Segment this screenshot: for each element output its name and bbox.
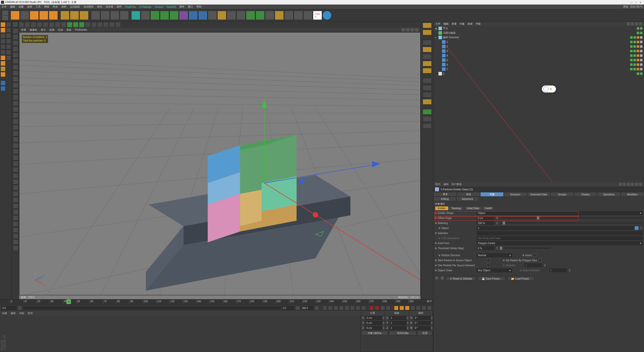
lt2-b35[interactable] bbox=[13, 233, 18, 239]
selection-field[interactable] bbox=[477, 231, 642, 235]
keyopt-rot[interactable] bbox=[405, 306, 410, 310]
texture-mode[interactable] bbox=[1, 28, 6, 33]
emitter-shape-dropdown[interactable]: Object▾ bbox=[477, 211, 642, 215]
lt2-b18[interactable] bbox=[13, 131, 18, 136]
tab-object[interactable]: 对象 bbox=[480, 192, 504, 197]
icon-mode4[interactable] bbox=[6, 50, 11, 55]
emit-from-dropdown[interactable]: Polygon Centre▾ bbox=[477, 241, 642, 245]
ric-10[interactable] bbox=[423, 92, 432, 98]
xp-sprite[interactable] bbox=[275, 11, 284, 20]
offset-origin-input[interactable]: 0 cm bbox=[477, 216, 494, 220]
coord-scale-dropdown[interactable]: 绝对比例 ▾ bbox=[389, 331, 416, 335]
axis-mode[interactable] bbox=[1, 55, 6, 60]
close-button[interactable]: ✕ bbox=[639, 1, 641, 4]
am-edit[interactable]: 编辑 bbox=[444, 183, 449, 186]
keyopt-pla[interactable] bbox=[411, 306, 415, 310]
ric-12[interactable] bbox=[423, 116, 432, 122]
lt2-b14[interactable] bbox=[13, 107, 18, 112]
obj-child-2[interactable]: 2 bbox=[433, 44, 644, 49]
mat-create[interactable]: 创建 bbox=[2, 312, 7, 315]
rotate-tool[interactable] bbox=[39, 11, 48, 20]
lastused-tool[interactable] bbox=[49, 11, 58, 20]
xp-system[interactable] bbox=[217, 11, 226, 20]
vp-display[interactable]: 显示 bbox=[41, 28, 46, 32]
lt2-b16[interactable] bbox=[13, 119, 18, 124]
xp-emitter[interactable] bbox=[227, 11, 236, 20]
snap-tool2[interactable] bbox=[19, 22, 24, 27]
am-userdata[interactable]: 用户数据 bbox=[452, 183, 462, 186]
environment[interactable] bbox=[189, 11, 198, 20]
lt2-b2[interactable] bbox=[13, 34, 18, 40]
light[interactable] bbox=[208, 11, 217, 20]
scl-x-input[interactable]: 1 bbox=[390, 316, 406, 320]
snap-tool13[interactable] bbox=[85, 22, 91, 27]
pos-x-input[interactable]: 0 cm bbox=[366, 316, 382, 320]
coord-apply-button[interactable]: 应用 bbox=[417, 331, 432, 335]
snap-toggle[interactable] bbox=[1, 66, 6, 71]
mat-tex[interactable]: 纹理 bbox=[28, 312, 33, 315]
cur-spin[interactable] bbox=[295, 306, 300, 310]
tab-basic[interactable]: 基本 bbox=[433, 192, 457, 197]
lt2-b36[interactable] bbox=[13, 239, 18, 245]
om-opt3-icon[interactable] bbox=[639, 22, 642, 25]
menu-window[interactable]: 窗口 bbox=[188, 5, 193, 9]
obj-emitter[interactable]: 1 bbox=[433, 71, 644, 76]
snap-tool9[interactable] bbox=[61, 22, 66, 27]
tab-groups[interactable]: Groups bbox=[550, 192, 574, 197]
lt2-b20[interactable] bbox=[13, 143, 18, 148]
xp-side1[interactable] bbox=[1, 80, 6, 85]
snap-tool8[interactable] bbox=[55, 22, 60, 27]
undo-redo[interactable] bbox=[2, 10, 9, 21]
keyopt-prm[interactable] bbox=[416, 306, 421, 310]
snap-tool[interactable] bbox=[13, 22, 18, 27]
am-back-icon[interactable] bbox=[619, 183, 622, 186]
retiming-input[interactable]: 100 % bbox=[477, 221, 494, 225]
xp-other1[interactable] bbox=[284, 11, 293, 20]
lt2-b23[interactable] bbox=[13, 161, 18, 166]
ric-8[interactable] bbox=[423, 78, 432, 83]
workplane-mode[interactable] bbox=[6, 28, 11, 33]
ric-11[interactable] bbox=[423, 99, 432, 105]
ric-recycle[interactable] bbox=[423, 109, 432, 115]
am-up-icon[interactable] bbox=[627, 183, 630, 186]
arrow-mode[interactable] bbox=[6, 33, 11, 38]
ric-3[interactable] bbox=[423, 40, 432, 45]
load-preset-button[interactable]: 📂 Load Preset... bbox=[507, 276, 535, 281]
lt2-b15[interactable] bbox=[13, 113, 18, 118]
menu-xparticles[interactable]: X-Particles bbox=[139, 6, 151, 8]
ric-7[interactable] bbox=[423, 68, 432, 73]
lt2-b22[interactable] bbox=[13, 155, 18, 160]
threshold-spin[interactable] bbox=[496, 246, 498, 250]
lt2-b28[interactable] bbox=[13, 191, 18, 197]
icon-mode1[interactable] bbox=[6, 39, 11, 44]
render-settings[interactable] bbox=[120, 11, 129, 20]
tab-extdata[interactable]: Extended Data bbox=[527, 192, 550, 197]
vp-options[interactable]: 选项 bbox=[49, 28, 54, 32]
snap-tool15[interactable] bbox=[97, 22, 103, 27]
object-pick-icon[interactable] bbox=[640, 226, 642, 230]
start-frame-input[interactable]: 0 F bbox=[2, 306, 17, 310]
xp-dyn[interactable] bbox=[265, 11, 274, 20]
lt2-b37[interactable] bbox=[13, 245, 18, 251]
timeline-ruler[interactable]: 39 0102030405060708090100110120130140150… bbox=[0, 299, 433, 305]
lt2-b7[interactable] bbox=[13, 64, 18, 70]
menu-script[interactable]: 脚本 bbox=[179, 5, 184, 9]
vp-nav2-icon[interactable] bbox=[406, 28, 410, 32]
subdiv[interactable] bbox=[160, 11, 169, 20]
om-tags[interactable]: 标签 bbox=[468, 22, 473, 26]
om-search-icon[interactable] bbox=[627, 22, 630, 25]
offset-spin[interactable] bbox=[496, 216, 498, 220]
retiming-spin[interactable] bbox=[496, 221, 498, 225]
ric-5[interactable] bbox=[423, 54, 432, 59]
lt2-b31[interactable] bbox=[13, 209, 18, 215]
lt2-b17[interactable] bbox=[13, 125, 18, 130]
xp-mod[interactable] bbox=[256, 11, 265, 20]
axis-z[interactable] bbox=[79, 11, 89, 20]
snap-tool11[interactable] bbox=[73, 22, 78, 27]
vp-nav4-icon[interactable] bbox=[415, 28, 419, 32]
rot-p-input[interactable]: 0 ° bbox=[414, 321, 430, 325]
obj-child-1[interactable]: 1 bbox=[433, 40, 644, 44]
vp-nav1-icon[interactable] bbox=[401, 28, 405, 32]
end-spin[interactable] bbox=[314, 306, 319, 310]
keyopt-scl[interactable] bbox=[399, 306, 404, 310]
